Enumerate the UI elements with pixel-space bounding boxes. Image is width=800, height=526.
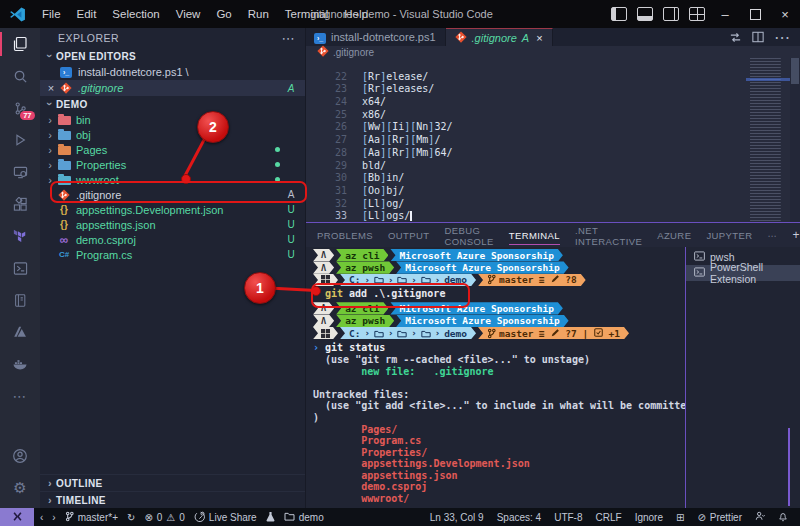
sidebar-more-actions-icon[interactable]: ⋯ (282, 31, 296, 46)
menu-run[interactable]: Run (240, 8, 277, 20)
new-terminal-icon[interactable]: + (792, 228, 799, 242)
close-tab-icon[interactable]: × (536, 32, 542, 44)
status-problems[interactable]: ⊗0⚠0 (144, 512, 184, 523)
toggle-panel-icon[interactable] (637, 7, 653, 21)
open-editor-item[interactable]: × .gitignore A (40, 80, 305, 96)
menu-file[interactable]: File (34, 8, 69, 20)
toggle-sidebar-icon[interactable] (611, 7, 627, 21)
section-timeline[interactable]: ›TIMELINE (40, 491, 305, 508)
panel-tab-terminal[interactable]: TERMINAL (509, 225, 560, 245)
tree-item-label: demo.csproj (76, 234, 136, 246)
tree-item-Properties[interactable]: › Properties (40, 157, 305, 172)
activity-notebook-icon[interactable] (0, 284, 40, 316)
activity-terraform-icon[interactable] (0, 220, 40, 252)
terminal-line: Pages/ (313, 424, 686, 436)
terminal-instance-powershell-extension[interactable]: PowerShell Extension (686, 265, 800, 281)
git-status-badge: A (285, 189, 297, 200)
status-notifications[interactable] (778, 511, 788, 524)
menu-selection[interactable]: Selection (104, 8, 167, 20)
customize-layout-icon[interactable] (689, 7, 705, 21)
panel-tab--[interactable]: ⋯ (767, 225, 777, 245)
tree-item-.gitignore[interactable]: .gitignore A (40, 187, 305, 202)
maximize-button[interactable] (740, 0, 770, 28)
section-outline[interactable]: ›OUTLINE (40, 474, 305, 491)
status-formatter[interactable]: ⊘Prettier (697, 512, 742, 523)
status-grid[interactable]: ⊞ (676, 512, 684, 523)
status-live-share[interactable]: Live Share (194, 511, 257, 524)
open-editors-section[interactable]: › OPEN EDITORS (40, 48, 305, 64)
terminal-output[interactable]: Λ az cli Microsoft Azure Sponsorship Λ a… (305, 247, 686, 508)
panel-tab-debug-console[interactable]: DEBUG CONSOLE (444, 220, 493, 251)
tree-item-obj[interactable]: › obj (40, 127, 305, 142)
chevron-right-icon: › (44, 129, 56, 141)
activity-more-icon[interactable]: ⋯ (0, 380, 40, 412)
status-feedback[interactable] (755, 511, 765, 523)
open-editor-label: install-dotnetcore.ps1 \ (78, 66, 189, 78)
breadcrumb[interactable]: .gitignore (305, 46, 800, 58)
tab-install-dotnetcore.ps1[interactable]: ›_ install-dotnetcore.ps1 (305, 28, 446, 46)
tree-item-wwwroot[interactable]: › wwwroot (40, 172, 305, 187)
activity-extensions-icon[interactable] (0, 188, 40, 220)
menu-edit[interactable]: Edit (69, 8, 105, 20)
tree-item-bin[interactable]: › bin (40, 112, 305, 127)
status-folder[interactable]: demo (284, 512, 324, 523)
shell-caret-icon: Λ (313, 302, 334, 314)
activity-account-icon[interactable] (0, 440, 40, 472)
more-actions-icon[interactable]: ⋯ (774, 28, 790, 47)
activity-search-icon[interactable] (0, 60, 40, 92)
tree-item-Pages[interactable]: › Pages (40, 142, 305, 157)
status-cursor-position[interactable]: Ln 33, Col 9 (430, 512, 484, 523)
status-sync[interactable]: ↻ (127, 512, 135, 523)
split-editor-icon[interactable] (752, 31, 764, 43)
tree-item-Program.cs[interactable]: C# Program.cs U (40, 247, 305, 262)
status-nav-forward[interactable]: › (52, 512, 55, 523)
az-tool-segment: az pwsh (336, 261, 394, 273)
toggle-secondary-sidebar-icon[interactable] (663, 7, 679, 21)
panel-tab-output[interactable]: OUTPUT (388, 225, 429, 245)
activity-settings-icon[interactable]: ⚙ (0, 472, 40, 504)
activity-terminal-icon[interactable] (0, 252, 40, 284)
panel-tab--net-interactive[interactable]: .NET INTERACTIVE (575, 220, 642, 251)
panel-tab-jupyter[interactable]: JUPYTER (706, 225, 752, 245)
activity-azure-icon[interactable] (0, 316, 40, 348)
minimap[interactable] (746, 58, 790, 222)
status-git-branch[interactable]: master*+ (65, 511, 118, 524)
status-remote[interactable] (0, 508, 34, 526)
code-editor[interactable]: 22[Rr]elease/ 23[Rr]eleases/ 24x64/ 25x8… (305, 58, 746, 222)
demo-folder-section[interactable]: › DEMO (40, 96, 305, 112)
tree-item-appsettings.Development.json[interactable]: {} appsettings.Development.json U (40, 202, 305, 217)
azure-sponsorship-segment: Microsoft Azure Sponsorship (390, 249, 562, 261)
status-nav-back[interactable]: ‹ (40, 512, 43, 523)
editor-scrollbar[interactable] (790, 58, 800, 222)
panel-tab-problems[interactable]: PROBLEMS (317, 225, 373, 245)
branch-icon (65, 511, 74, 524)
open-changes-icon[interactable] (729, 31, 742, 44)
minimize-button[interactable]: – (710, 0, 740, 28)
status-eol[interactable]: CRLF (596, 512, 622, 523)
tab-.gitignore[interactable]: .gitignore A × (446, 28, 553, 46)
azure-sponsorship-segment: Microsoft Azure Sponsorship (396, 261, 568, 273)
tree-item-demo.csproj[interactable]: ∞ demo.csproj U (40, 232, 305, 247)
activity-remote-explorer-icon[interactable] (0, 156, 40, 188)
tree-item-appsettings.json[interactable]: {} appsettings.json U (40, 217, 305, 232)
breadcrumb-item[interactable]: .gitignore (333, 47, 374, 58)
folder-orange-icon (56, 144, 72, 155)
panel-tab-azure[interactable]: AZURE (657, 225, 691, 245)
status-language-mode[interactable]: Ignore (635, 512, 663, 523)
status-indentation[interactable]: Spaces: 4 (497, 512, 541, 523)
status-flask[interactable] (266, 511, 275, 524)
activity-explorer-icon[interactable] (0, 28, 40, 60)
close-editor-icon[interactable]: × (44, 82, 58, 94)
close-button[interactable]: × (770, 0, 800, 28)
activity-run-debug-icon[interactable] (0, 124, 40, 156)
activity-docker-icon[interactable] (0, 348, 40, 380)
bottom-panel: PROBLEMSOUTPUTDEBUG CONSOLETERMINAL.NET … (305, 222, 800, 508)
menu-go[interactable]: Go (208, 8, 239, 20)
json-icon: {} (56, 205, 72, 215)
menu-view[interactable]: View (168, 8, 209, 20)
scrollbar-thumb[interactable] (791, 58, 799, 84)
line-number: 26 (323, 121, 347, 134)
open-editor-item[interactable]: ›_ install-dotnetcore.ps1 \ (40, 64, 305, 80)
activity-source-control-icon[interactable]: 77 (0, 92, 40, 124)
status-encoding[interactable]: UTF-8 (554, 512, 582, 523)
